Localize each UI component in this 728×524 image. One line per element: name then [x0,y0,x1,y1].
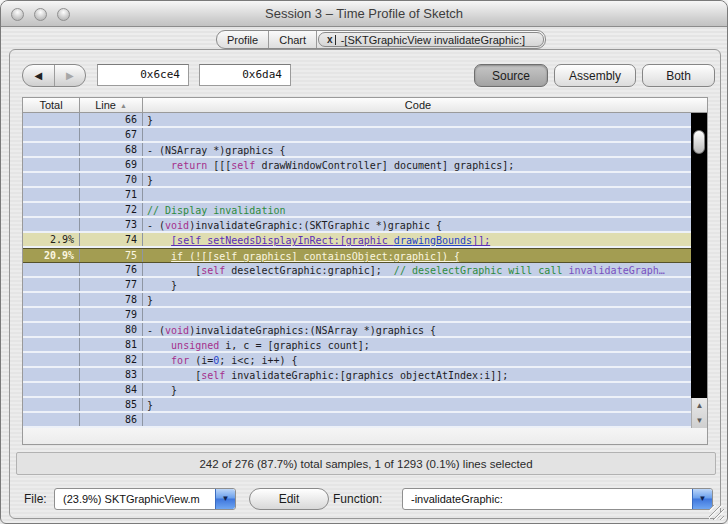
code-cell: - (void)invalidateGraphics:(NSArray *)gr… [143,323,707,336]
line-number-cell: 71 [80,188,143,201]
code-cell: } [143,383,707,396]
table-row[interactable]: 2.9%74 [self setNeedsDisplayInRect:[grap… [23,233,707,248]
resize-grip[interactable] [709,505,724,520]
line-number-cell: 84 [80,383,143,396]
code-segment: } [147,280,177,291]
table-row[interactable]: 67 [23,128,707,143]
code-cell [143,188,707,201]
total-cell [23,188,80,201]
tab-profile[interactable]: Profile [217,31,268,48]
code-segment: self [231,160,255,171]
function-popup[interactable]: -invalidateGraphic: ▼ [402,488,713,510]
table-row[interactable]: 77 } [23,278,707,293]
code-segment: void [165,220,189,231]
edit-button[interactable]: Edit [249,488,329,510]
function-label: Function: [333,488,382,510]
tab-code-browser[interactable]: x -[SKTGraphicView invalidateGraphic:] [318,32,544,47]
code-segment: } [147,385,177,396]
code-cell: return [[[self drawWindowController] doc… [143,158,707,171]
code-segment: drawWindowController] document] graphics… [255,160,514,171]
table-row[interactable]: 73- (void)invalidateGraphic:(SKTGraphic … [23,218,707,233]
table-rows: 66}6768- (NSArray *)graphics {69 return … [23,113,707,428]
tab-chart[interactable]: Chart [269,31,316,48]
header-total[interactable]: Total [23,98,80,112]
line-number-cell: 83 [80,368,143,381]
scroll-down-button[interactable]: ▼ [692,413,707,428]
header-total-label: Total [39,99,62,111]
table-row[interactable]: 68- (NSArray *)graphics { [23,143,707,158]
end-address-field[interactable]: 0x6da4 [199,64,291,86]
code-segment: // Display invalidation [147,205,285,216]
forward-arrow-icon: ▶ [66,70,74,81]
line-number-cell: 67 [80,128,143,141]
file-popup-value: (23.9%) SKTGraphicView.m [63,493,200,505]
start-address-field[interactable]: 0x6ce4 [97,64,189,86]
table-row[interactable]: 76 [self deselectGraphic:graphic]; // de… [23,263,707,278]
scroll-up-icon: ▲ [696,401,704,410]
scroll-up-button[interactable]: ▲ [692,398,707,413]
code-segment [147,340,171,351]
line-number-cell: 82 [80,353,143,366]
code-cell [143,308,707,321]
line-number-cell: 68 [80,143,143,156]
table-row[interactable]: 71 [23,188,707,203]
close-tab-icon[interactable]: x [327,34,336,45]
status-bar: 242 of 276 (87.7%) total samples, 1 of 1… [16,452,716,475]
line-number-cell: 70 [80,173,143,186]
table-row[interactable]: 82 for (i=0; i<c; i++) { [23,353,707,368]
back-button[interactable]: ◀ [23,65,55,86]
table-row[interactable]: 84 } [23,383,707,398]
code-segment [147,251,171,262]
table-row[interactable]: 81 unsigned i, c = [graphics count]; [23,338,707,353]
table-row[interactable]: 72// Display invalidation [23,203,707,218]
table-row[interactable]: 78} [23,293,707,308]
code-segment: } [147,115,153,126]
code-cell: if (![[self graphics] containsObject:gra… [143,249,707,262]
header-line[interactable]: Line ▲ [80,98,143,112]
title-bar[interactable]: Session 3 – Time Profile of Sketch [1,1,727,27]
content-panel: ◀ ▶ 0x6ce4 0x6da4 Source Assembly Both T… [9,49,721,519]
code-cell: for (i=0; i<c; i++) { [143,353,707,366]
scrollbar-track[interactable] [691,113,707,398]
table-row[interactable]: 85} [23,398,707,413]
tab-divider [316,31,317,48]
table-row[interactable]: 79 [23,308,707,323]
code-cell [143,128,707,141]
sort-ascending-icon: ▲ [120,102,127,109]
file-popup[interactable]: (23.9%) SKTGraphicView.m ▼ [54,488,236,510]
code-segment: void [165,325,189,336]
table-row[interactable]: 66} [23,113,707,128]
header-code[interactable]: Code [143,98,693,112]
assembly-button[interactable]: Assembly [554,64,636,87]
code-segment: } [147,175,153,186]
code-segment [147,355,171,366]
table-row[interactable]: 86 [23,413,707,428]
table-row[interactable]: 83 [self invalidateGraphic:[graphics obj… [23,368,707,383]
view-tabs: Profile Chart x -[SKTGraphicView invalid… [216,30,546,49]
code-segment: for [171,355,189,366]
code-table: Total Line ▲ Code 66}6768- (NSArray *)gr… [22,97,708,445]
scrollbar-arrows: ▲ ▼ [691,398,707,428]
file-popup-arrow-icon[interactable]: ▼ [215,489,235,509]
total-cell [23,173,80,186]
code-segment: [ [147,370,201,381]
table-row[interactable]: 69 return [[[self drawWindowController] … [23,158,707,173]
forward-button[interactable]: ▶ [55,65,86,86]
code-cell: unsigned i, c = [graphics count]; [143,338,707,351]
back-arrow-icon: ◀ [34,70,42,81]
source-button[interactable]: Source [474,64,548,87]
code-cell: } [143,113,707,126]
table-row[interactable]: 20.9%75 if (![[self graphics] containsOb… [23,248,707,263]
vertical-scrollbar: ▲ ▼ [691,113,707,428]
total-cell [23,218,80,231]
total-cell [23,128,80,141]
table-row[interactable]: 70} [23,173,707,188]
table-row[interactable]: 80- (void)invalidateGraphics:(NSArray *)… [23,323,707,338]
both-button[interactable]: Both [642,64,715,87]
scrollbar-thumb[interactable] [693,130,705,154]
code-cell: } [143,293,707,306]
total-cell [23,158,80,171]
code-cell: [self deselectGraphic:graphic]; // desel… [143,263,707,276]
window-title: Session 3 – Time Profile of Sketch [1,1,727,27]
total-cell [23,368,80,381]
